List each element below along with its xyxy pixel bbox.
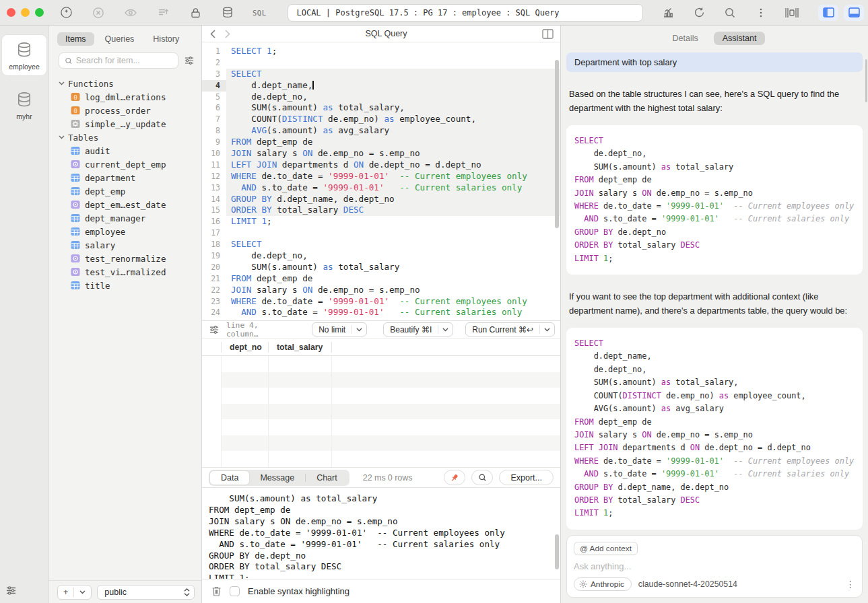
- ask-input[interactable]: [574, 561, 855, 571]
- search-icon[interactable]: [723, 5, 737, 20]
- sidebar-tab-history[interactable]: History: [145, 32, 187, 46]
- schema-select[interactable]: public: [97, 585, 195, 600]
- editor-scrollbar[interactable]: [555, 60, 559, 228]
- column-header-total_salary[interactable]: total_salary: [268, 342, 331, 353]
- panel-tab-details[interactable]: Details: [664, 32, 707, 45]
- editor-line-9[interactable]: 9FROM dept_emp de: [202, 137, 560, 148]
- panel-tab-assistant[interactable]: Assistant: [714, 32, 766, 45]
- toggle-bottom-panel-button[interactable]: [844, 5, 864, 21]
- editor-line-3[interactable]: 3SELECT: [202, 69, 560, 80]
- assistant-code-block[interactable]: SELECT d.dept_name, de.dept_no, SUM(s.am…: [566, 328, 863, 530]
- sql-editor[interactable]: 1SELECT 1;23SELECT4 d.dept_name,5 de.dep…: [202, 42, 560, 320]
- editor-tab-title[interactable]: SQL Query: [230, 29, 542, 38]
- editor-line-2[interactable]: 2: [202, 57, 560, 69]
- tree-item-salary[interactable]: salary: [59, 238, 201, 252]
- editor-line-6[interactable]: 6 SUM(s.amount) as total_salary,: [202, 102, 560, 114]
- editor-line-7[interactable]: 7 COUNT(DISTINCT de.emp_no) as employee_…: [202, 114, 560, 125]
- more-icon[interactable]: ⋮: [846, 579, 855, 590]
- tree-item-department[interactable]: department: [59, 171, 201, 184]
- statusbar-filter-icon[interactable]: [209, 324, 220, 335]
- editor-line-12[interactable]: 12WHERE de.to_date = '9999-01-01' -- Cur…: [202, 171, 560, 182]
- rail-filter-icon[interactable]: [5, 585, 17, 596]
- run-current-button[interactable]: Run Current ⌘↩: [465, 322, 555, 336]
- editor-line-17[interactable]: 17: [202, 227, 560, 239]
- tree-item-log_dml-erations[interactable]: 0log_dml…erations: [59, 90, 201, 104]
- minimize-window-button[interactable]: [21, 8, 30, 17]
- editor-line-15[interactable]: 15ORDER BY total_salary DESC: [202, 205, 560, 216]
- search-input[interactable]: [76, 56, 172, 65]
- sidebar-filter-icon[interactable]: [184, 55, 195, 66]
- sidebar-tab-queries[interactable]: Queries: [97, 32, 143, 46]
- tree-section-tables[interactable]: Tables: [59, 131, 201, 144]
- table-row[interactable]: [202, 419, 560, 435]
- editor-line-11[interactable]: 11LEFT JOIN departments d ON de.dept_no …: [202, 159, 560, 171]
- tree-item-dept_emp[interactable]: dept_emp: [59, 184, 201, 198]
- nav-back-icon[interactable]: [210, 30, 215, 38]
- assistant-scrollbar[interactable]: [865, 59, 867, 102]
- lock-icon[interactable]: [188, 5, 203, 20]
- toggle-left-panel-button[interactable]: [818, 5, 838, 21]
- result-tab-chart[interactable]: Chart: [306, 471, 348, 485]
- results-grid[interactable]: dept_nototal_salary: [202, 338, 560, 467]
- table-row[interactable]: [202, 404, 560, 420]
- result-tab-data[interactable]: Data: [210, 471, 249, 485]
- add-item-button[interactable]: +: [57, 585, 92, 600]
- table-row[interactable]: [202, 435, 560, 452]
- connection-icon[interactable]: [59, 5, 73, 20]
- editor-line-20[interactable]: 20 SUM(s.amount) as total_salary: [202, 262, 560, 273]
- editor-line-21[interactable]: 21FROM dept_emp de: [202, 273, 560, 285]
- tree-item-current_dept_emp[interactable]: current_dept_emp: [59, 157, 201, 171]
- tree-item-audit[interactable]: audit: [59, 144, 201, 157]
- editor-line-5[interactable]: 5 de.dept_no,: [202, 92, 560, 103]
- connection-myhr[interactable]: myhr: [2, 85, 46, 125]
- editor-line-1[interactable]: 1SELECT 1;: [202, 46, 560, 57]
- editor-line-13[interactable]: 13 AND s.to_date = '9999-01-01' -- Curre…: [202, 182, 560, 194]
- syntax-highlight-checkbox[interactable]: [230, 586, 240, 596]
- tree-section-functions[interactable]: Functions: [59, 77, 201, 90]
- trash-icon[interactable]: [211, 586, 222, 597]
- split-view-icon[interactable]: [542, 29, 554, 39]
- tree-item-dept_em-est_date[interactable]: dept_em…est_date: [59, 198, 201, 211]
- preview-icon[interactable]: [123, 5, 138, 20]
- topic-banner[interactable]: Department with top salary: [566, 52, 863, 72]
- table-row[interactable]: [202, 372, 560, 388]
- message-output[interactable]: SUM(s.amount) as total_salaryFROM dept_e…: [202, 487, 560, 579]
- add-context-chip[interactable]: @ Add context: [574, 542, 638, 555]
- tree-item-test_vi-rmalized[interactable]: test_vi…rmalized: [59, 265, 201, 279]
- editor-line-16[interactable]: 16LIMIT 1;: [202, 216, 560, 227]
- editor-line-23[interactable]: 23WHERE de.to_date = '9999-01-01' -- Cur…: [202, 296, 560, 308]
- editor-line-8[interactable]: 8 AVG(s.amount) as avg_salary: [202, 125, 560, 137]
- assistant-code-block[interactable]: SELECT de.dept_no, SUM(s.amount) as tota…: [566, 125, 863, 275]
- tree-item-dept_manager[interactable]: dept_manager: [59, 211, 201, 225]
- export-button[interactable]: Export...: [499, 470, 554, 485]
- editor-line-22[interactable]: 22JOIN salary s ON de.emp_no = s.emp_no: [202, 285, 560, 296]
- more-icon[interactable]: [754, 5, 768, 20]
- pin-button[interactable]: [444, 470, 465, 485]
- provider-pill[interactable]: Anthropic: [574, 577, 632, 591]
- limit-dropdown[interactable]: No limit: [312, 322, 367, 336]
- tree-item-title[interactable]: title: [59, 279, 201, 292]
- connection-employee[interactable]: employee: [2, 35, 46, 75]
- tree-item-test_renormalize[interactable]: test_renormalize: [59, 252, 201, 265]
- table-row[interactable]: [202, 451, 560, 467]
- disconnect-icon[interactable]: [91, 5, 106, 20]
- editor-line-24[interactable]: 24 AND s.to_date = '9999-01-01' -- Curre…: [202, 307, 560, 318]
- editor-line-4[interactable]: 4 d.dept_name,: [202, 80, 560, 92]
- editor-line-10[interactable]: 10JOIN salary s ON de.emp_no = s.emp_no: [202, 148, 560, 159]
- sidebar-tab-items[interactable]: Items: [57, 32, 94, 46]
- close-window-button[interactable]: [7, 8, 15, 17]
- chart-icon[interactable]: [661, 5, 675, 20]
- tree-item-simple_-y_update[interactable]: simple_…y_update: [59, 117, 201, 131]
- query-list-icon[interactable]: [156, 5, 170, 20]
- search-results-button[interactable]: [471, 470, 493, 485]
- column-header-dept_no[interactable]: dept_no: [221, 342, 268, 353]
- database-icon[interactable]: [220, 5, 235, 20]
- beautify-button[interactable]: Beautify ⌘I: [383, 322, 453, 336]
- item-search-field[interactable]: [59, 52, 178, 69]
- zoom-window-button[interactable]: [35, 8, 44, 17]
- tree-item-employee[interactable]: employee: [59, 225, 201, 238]
- table-row[interactable]: [202, 356, 560, 372]
- reload-icon[interactable]: [692, 5, 706, 20]
- result-tab-message[interactable]: Message: [249, 471, 305, 485]
- model-name[interactable]: claude-sonnet-4-20250514: [638, 579, 737, 589]
